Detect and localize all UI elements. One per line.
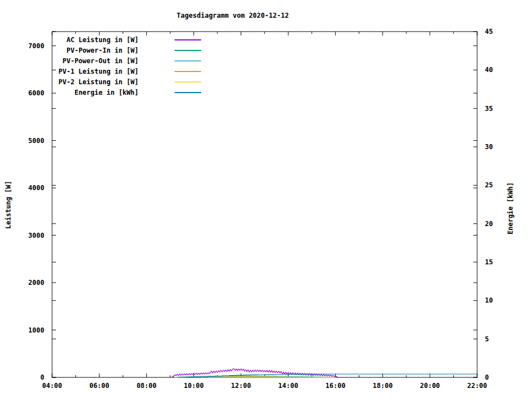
legend-item: PV-Power-Out in [W] xyxy=(0,57,532,65)
legend-line-sample xyxy=(175,50,201,51)
x-tick-label: 18:00 xyxy=(372,382,392,390)
legend-item: AC Leistung in [W] xyxy=(0,36,532,44)
x-tick-label: 14:00 xyxy=(278,382,298,390)
y2-tick-label: 0 xyxy=(485,374,489,381)
x-tick-label: 06:00 xyxy=(89,382,109,390)
x-tick-label: 04:00 xyxy=(42,382,62,390)
legend-line-sample xyxy=(175,60,201,62)
y2-tick-label: 30 xyxy=(485,143,493,151)
legend-item: Energie in [kWh] xyxy=(0,89,532,96)
y2-tick-label: 10 xyxy=(485,296,493,304)
legend-item: PV-1 Leistung in [W] xyxy=(0,68,532,75)
legend-line-sample xyxy=(175,81,201,83)
y2-tick-label: 5 xyxy=(485,335,489,343)
y2-tick-label: 35 xyxy=(485,105,493,112)
y-tick-label: 1000 xyxy=(28,326,44,334)
legend-label: PV-Power-Out in [W] xyxy=(63,57,139,65)
legend-label: AC Leistung in [W] xyxy=(66,36,139,44)
y-tick-label: 4000 xyxy=(28,184,44,192)
x-tick-label: 12:00 xyxy=(231,382,251,390)
legend-line-sample xyxy=(175,92,201,93)
y2-tick-label: 20 xyxy=(485,220,493,228)
x-tick-label: 08:00 xyxy=(136,382,156,390)
legend-label: PV-Power-In in [W] xyxy=(66,47,139,54)
y-tick-label: 2000 xyxy=(28,279,44,287)
legend-label: PV-1 Leistung in [W] xyxy=(59,68,139,75)
y2-tick-label: 45 xyxy=(485,28,493,35)
x-tick-label: 20:00 xyxy=(420,382,440,390)
legend-item: PV-Power-In in [W] xyxy=(0,47,532,54)
legend-item: PV-2 Leistung in [W] xyxy=(0,78,532,86)
chart-canvas: Tagesdiagramm vom 2020-12-12 Leistung [W… xyxy=(0,0,532,399)
y2-tick-label: 25 xyxy=(485,181,493,189)
legend-line-sample xyxy=(175,39,201,40)
y2-tick-label: 15 xyxy=(485,258,493,266)
x-tick-label: 22:00 xyxy=(467,382,487,390)
legend-label: PV-2 Leistung in [W] xyxy=(59,78,139,86)
x-tick-label: 16:00 xyxy=(325,382,345,390)
y-tick-label: 3000 xyxy=(28,232,44,239)
legend-label: Energie in [kWh] xyxy=(74,89,139,96)
y-tick-label: 5000 xyxy=(28,137,44,145)
legend-line-sample xyxy=(175,71,201,72)
x-tick-label: 10:00 xyxy=(184,382,204,390)
y-tick-label: 0 xyxy=(40,374,44,381)
